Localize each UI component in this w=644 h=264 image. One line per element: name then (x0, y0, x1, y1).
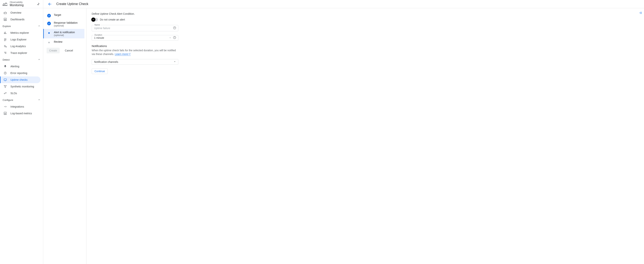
svg-point-41 (174, 38, 175, 39)
dashboards-icon (3, 18, 7, 21)
step-sublabel: (optional) (54, 24, 78, 27)
nav-label: Integrations (10, 105, 24, 108)
log-metrics-icon (3, 112, 7, 115)
bell-icon (3, 65, 7, 68)
field-label: Duration (94, 34, 103, 36)
step-done-icon (47, 22, 51, 25)
svg-point-31 (6, 93, 6, 93)
product-suptitle: Observability (10, 1, 36, 4)
name-field[interactable]: Name (92, 25, 178, 31)
panel-collapse-icon (638, 11, 642, 15)
svg-rect-24 (4, 79, 6, 81)
svg-rect-0 (2, 5, 8, 6)
nav-uptime-checks[interactable]: Uptime checks (0, 76, 40, 83)
svg-rect-36 (6, 114, 6, 114)
chevron-up-icon (38, 25, 40, 28)
help-icon[interactable] (173, 36, 176, 40)
svg-line-1 (37, 5, 38, 5)
create-button[interactable]: Create (46, 48, 60, 53)
notifications-description: When the uptime check fails for the sele… (92, 49, 178, 56)
nav-section-title: Detect (2, 58, 10, 61)
info-panel-toggle[interactable] (638, 10, 643, 16)
uptime-icon (3, 78, 7, 82)
pin-sidebar-button[interactable] (36, 2, 41, 7)
pin-icon (37, 3, 40, 6)
left-sidebar: Observability Monitoring Overview Dashbo… (0, 0, 43, 264)
back-button[interactable] (47, 1, 53, 7)
sidebar-nav: Overview Dashboards Explore Metrics expl… (0, 8, 43, 117)
trace-icon (3, 51, 7, 55)
nav-alerting[interactable]: Alerting (0, 63, 40, 70)
step-label: Review (54, 40, 62, 43)
svg-rect-3 (4, 19, 5, 20)
svg-rect-4 (5, 19, 6, 20)
svg-rect-35 (5, 113, 6, 114)
svg-point-29 (5, 87, 6, 88)
svg-point-27 (4, 85, 5, 86)
nav-dashboards[interactable]: Dashboards (0, 16, 40, 23)
nav-label: Trace explorer (10, 52, 27, 55)
nav-slos[interactable]: SLOs (0, 90, 40, 97)
nav-section-title: Configure (2, 99, 13, 101)
nav-section-detect[interactable]: Detect (0, 56, 43, 63)
continue-button[interactable]: Continue (92, 68, 108, 74)
error-icon (3, 71, 7, 75)
nav-label: Alerting (10, 65, 19, 68)
nav-label: Metrics explorer (10, 31, 29, 34)
notification-channels-select[interactable]: Notification channels (92, 59, 178, 65)
step-target[interactable]: Target (43, 12, 84, 19)
nav-label: Dashboards (10, 18, 24, 21)
nav-section-configure[interactable]: Configure (0, 97, 43, 103)
nav-overview[interactable]: Overview (0, 9, 40, 16)
step-alert-notification[interactable]: Alert & notification (optional) (43, 29, 84, 38)
chevron-up-icon (38, 98, 40, 102)
name-input[interactable] (94, 26, 170, 30)
learn-more-link[interactable]: Learn more (115, 53, 131, 56)
nav-label: Logs Explorer (10, 38, 26, 41)
logs-icon (3, 38, 7, 41)
step-label: Target (54, 14, 61, 17)
step-done-icon (47, 14, 51, 18)
nav-label: Error reporting (10, 72, 27, 75)
metrics-icon (3, 31, 7, 35)
nav-label: SLOs (10, 92, 17, 95)
svg-point-23 (5, 74, 6, 74)
cancel-button[interactable]: Cancel (62, 48, 76, 53)
integrations-icon (3, 105, 7, 109)
step-label: Alert & notification (54, 31, 75, 34)
nav-section-explore[interactable]: Explore (0, 23, 43, 30)
nav-logs-explorer[interactable]: Logs Explorer (0, 36, 40, 43)
nav-label: Log Analytics (10, 45, 26, 48)
product-header: Observability Monitoring (0, 0, 43, 8)
nav-label: Uptime checks (10, 78, 28, 81)
nav-label: Log-based metrics (10, 112, 32, 115)
log-analytics-icon (3, 44, 7, 48)
form-title: Define Uptime Check Alert Condition. (92, 12, 271, 15)
svg-point-39 (174, 29, 175, 29)
nav-log-based-metrics[interactable]: Log-based metrics (0, 110, 40, 117)
notification-channels-placeholder: Notification channels (94, 60, 118, 63)
nav-log-analytics[interactable]: Log Analytics (0, 43, 40, 50)
nav-error-reporting[interactable]: Error reporting (0, 70, 40, 76)
svg-rect-5 (6, 20, 6, 20)
step-label: Response Validation (54, 21, 78, 24)
nav-synthetic-monitoring[interactable]: Synthetic monitoring (0, 83, 40, 90)
svg-rect-7 (5, 32, 6, 34)
nav-integrations[interactable]: Integrations (0, 103, 40, 110)
help-icon[interactable] (173, 26, 176, 30)
svg-point-28 (6, 85, 6, 86)
do-not-create-alert-toggle[interactable] (92, 18, 98, 21)
slo-icon (3, 91, 7, 95)
external-link-icon (128, 52, 131, 56)
nav-label: Overview (10, 11, 21, 14)
duration-field[interactable]: Duration 1 minute (92, 35, 178, 41)
step-response-validation[interactable]: Response Validation (optional) (43, 19, 84, 29)
svg-line-32 (5, 93, 6, 93)
step-review[interactable]: Review (43, 38, 84, 45)
synthetic-icon (3, 85, 7, 88)
duration-value: 1 minute (94, 36, 104, 39)
nav-metrics-explorer[interactable]: Metrics explorer (0, 30, 40, 36)
overview-icon (3, 11, 7, 15)
caret-down-icon (169, 36, 171, 39)
nav-trace-explorer[interactable]: Trace explorer (0, 50, 40, 56)
